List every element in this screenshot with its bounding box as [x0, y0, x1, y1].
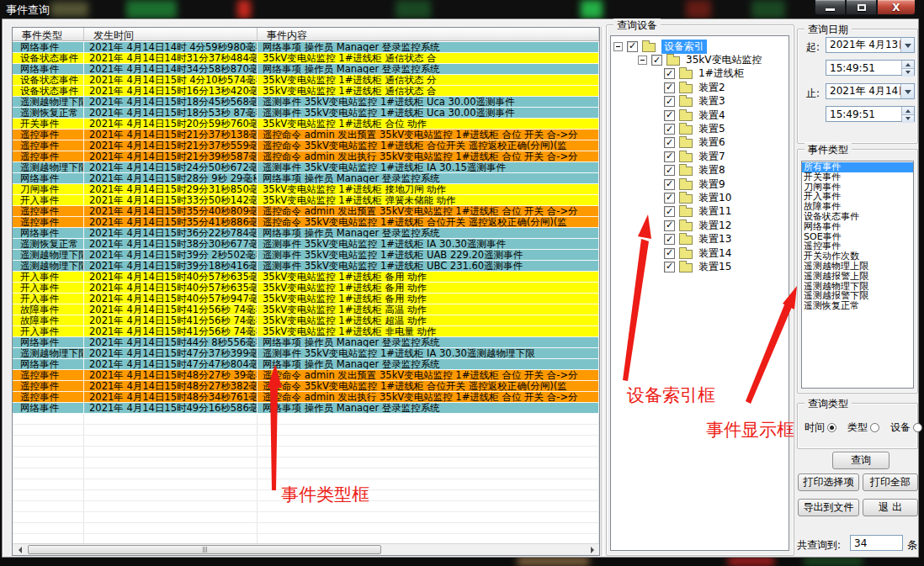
tree-device-label[interactable]: 装置8: [698, 163, 725, 177]
table-row[interactable]: 遥测恢复正常 2021年 4月14日15时38分30秒677毫秒 遥测事件 35…: [13, 239, 599, 250]
tree-device-label[interactable]: 装置12: [698, 219, 731, 233]
checkbox-icon[interactable]: [664, 248, 675, 259]
checkbox-icon[interactable]: [664, 206, 675, 217]
tree-item-root[interactable]: 设备索引: [611, 40, 789, 53]
tree-item-device[interactable]: 装置15: [611, 260, 789, 273]
tree-station-label[interactable]: 35kV变电站监控: [686, 53, 762, 67]
scrollbar-track[interactable]: [26, 544, 586, 555]
table-row[interactable]: 遥测越物理下限 2021年 4月14日15时47分37秒399毫秒 遥测事件 3…: [13, 348, 599, 359]
event-type-option[interactable]: 网络事件: [802, 222, 913, 232]
table-row[interactable]: 遥控事件 2021年 4月14日15时35分41秒886毫秒 遥控命令 35kV…: [13, 217, 599, 228]
tree-device-label[interactable]: 装置11: [698, 204, 731, 219]
query-type-option[interactable]: 类型: [847, 421, 879, 435]
table-row[interactable]: 故障事件 2021年 4月14日15时41分56秒 74毫秒 35kV变电站监控…: [13, 315, 599, 326]
result-count-field[interactable]: 34: [850, 535, 903, 551]
checkbox-icon[interactable]: [664, 96, 675, 107]
dropdown-button[interactable]: [900, 38, 914, 52]
scroll-right-button[interactable]: [586, 544, 599, 555]
tree-device-label[interactable]: 装置7: [698, 150, 725, 164]
from-date-picker[interactable]: 2021年 4月13日: [826, 37, 915, 53]
table-row[interactable]: 网络事件 2021年 4月14日15时28分 9秒 29毫秒 网络事项 操作员 …: [13, 173, 599, 184]
table-row[interactable]: 遥控事件 2021年 4月14日15时21分39秒587毫秒 遥控命令 admi…: [13, 151, 599, 162]
table-row[interactable]: 遥测越物理下限 2021年 4月14日15时24分50秒672毫秒 遥测事件 3…: [13, 162, 599, 173]
table-row[interactable]: 设备状态事件 2021年 4月14日15时16分13秒420毫秒 35kV变电站…: [13, 86, 599, 97]
table-row[interactable]: 遥控事件 2021年 4月14日15时48分34秒761毫秒 遥控命令 admi…: [13, 392, 599, 403]
tree-device-label[interactable]: 装置2: [698, 81, 725, 95]
tree-item-device[interactable]: 装置7: [611, 150, 789, 163]
checkbox-icon[interactable]: [664, 82, 675, 93]
minimize-button[interactable]: [815, 0, 846, 15]
tree-device-label[interactable]: 装置4: [698, 108, 725, 123]
tree-item-device[interactable]: 装置8: [611, 164, 789, 177]
tree-device-label[interactable]: 装置14: [698, 246, 731, 261]
scroll-left-button[interactable]: [13, 544, 26, 555]
tree-device-label[interactable]: 1#进线柜: [698, 66, 744, 81]
table-row[interactable]: 开入事件 2021年 4月14日15时33分50秒142毫秒 35kV变电站监控…: [13, 195, 599, 206]
table-row[interactable]: 遥测越物理下限 2021年 4月14日15时18分45秒568毫秒 遥测事件 3…: [13, 97, 599, 108]
checkbox-icon[interactable]: [664, 68, 675, 79]
tree-device-label[interactable]: 装置10: [698, 191, 731, 205]
checkbox-icon[interactable]: [664, 165, 675, 176]
table-row[interactable]: 开入事件 2021年 4月14日15时40分57秒947毫秒 35kV变电站监控…: [13, 294, 599, 304]
table-row[interactable]: 遥控事件 2021年 4月14日15时21分37秒138毫秒 遥控命令 admi…: [13, 130, 599, 140]
event-type-option[interactable]: 遥测越报警上限: [802, 272, 913, 282]
maximize-button[interactable]: [846, 0, 877, 15]
scrollbar-thumb[interactable]: [28, 545, 381, 554]
column-header-time[interactable]: 发生时间: [84, 28, 258, 40]
tree-device-label[interactable]: 装置15: [698, 260, 731, 274]
tree-item-device[interactable]: 1#进线柜: [611, 67, 789, 81]
collapse-icon[interactable]: [638, 56, 647, 65]
tree-item-device[interactable]: 装置2: [611, 81, 789, 94]
radio-icon[interactable]: [827, 423, 836, 432]
table-row[interactable]: 遥控事件 2021年 4月14日15时21分37秒559毫秒 遥控命令 35kV…: [13, 140, 599, 151]
to-date-picker[interactable]: 2021年 4月14日: [826, 83, 915, 99]
tree-item-device[interactable]: 装置13: [611, 232, 789, 246]
event-type-option[interactable]: 遥测恢复正常: [802, 301, 913, 311]
table-row[interactable]: 开关事件 2021年 4月14日15时20分59秒760毫秒 35kV变电站监控…: [13, 119, 599, 130]
print-all-button[interactable]: 打印全部: [863, 473, 918, 491]
table-row[interactable]: 设备状态事件 2021年 4月14日15时 4分10秒574毫秒 35kV变电站…: [13, 75, 599, 86]
table-row[interactable]: 遥控事件 2021年 4月14日15时48分27秒 39毫秒 遥控命令 admi…: [13, 370, 599, 381]
tree-item-device[interactable]: 装置14: [611, 246, 789, 260]
checkbox-icon[interactable]: [664, 262, 675, 272]
checkbox-icon[interactable]: [664, 151, 675, 162]
event-type-listbox[interactable]: 所有事件开关事件刀闸事件开入事件故障事件设备状态事件网络事件SOE事件遥控事件开…: [801, 161, 914, 389]
checkbox-icon[interactable]: [664, 137, 675, 148]
table-row[interactable]: 遥测恢复正常 2021年 4月14日15时18分53秒 87毫秒 遥测事件 35…: [13, 108, 599, 119]
tree-device-label[interactable]: 装置3: [698, 94, 725, 108]
export-button[interactable]: 导出到文件: [798, 499, 859, 516]
tree-device-label[interactable]: 装置5: [698, 122, 725, 136]
table-row[interactable]: 遥控事件 2021年 4月14日15时35分40秒809毫秒 遥控命令 admi…: [13, 206, 599, 217]
event-table[interactable]: 事件类型 发生时间 事件内容 网络事件 2021年 4月14日14时 4分59秒…: [12, 27, 600, 556]
table-row[interactable]: 遥控事件 2021年 4月14日15时48分27秒382毫秒 遥控命令 35kV…: [13, 381, 599, 392]
table-row[interactable]: 开入事件 2021年 4月14日15时40分57秒635毫秒 35kV变电站监控…: [13, 283, 599, 294]
table-row[interactable]: 刀闸事件 2021年 4月14日15时29分31秒850毫秒 35kV变电站监控…: [13, 184, 599, 195]
spin-down-button[interactable]: [902, 69, 914, 77]
query-type-option[interactable]: 时间: [805, 421, 836, 435]
tree-item-device[interactable]: 装置6: [611, 136, 789, 150]
checkbox-icon[interactable]: [627, 41, 638, 52]
tree-device-label[interactable]: 装置6: [698, 135, 725, 150]
checkbox-icon[interactable]: [664, 220, 675, 231]
radio-icon[interactable]: [870, 423, 879, 432]
table-row[interactable]: 网络事件 2021年 4月14日15时36分22秒784毫秒 网络事项 操作员 …: [13, 228, 599, 239]
checkbox-icon[interactable]: [664, 110, 675, 121]
query-type-option[interactable]: 设备: [890, 421, 922, 435]
table-row[interactable]: 开入事件 2021年 4月14日15时40分57秒635毫秒 35kV变电站监控…: [13, 272, 599, 283]
tree-item-device[interactable]: 装置9: [611, 177, 789, 191]
table-row[interactable]: 遥测越物理下限 2021年 4月14日15时39分 2秒502毫秒 遥测事件 3…: [13, 250, 599, 261]
device-tree[interactable]: 设备索引 35kV变电站监控 1#进线柜 装置2 装置3 装置4: [610, 35, 789, 551]
checkbox-icon[interactable]: [664, 193, 675, 204]
collapse-icon[interactable]: [613, 42, 623, 51]
event-type-option[interactable]: 开关事件: [802, 172, 913, 182]
checkbox-icon[interactable]: [651, 55, 662, 66]
exit-button[interactable]: 退 出: [863, 499, 918, 516]
query-button[interactable]: 查询: [832, 452, 889, 469]
tree-item-device[interactable]: 装置3: [611, 95, 789, 108]
tree-device-label[interactable]: 装置13: [698, 232, 731, 246]
spin-up-button[interactable]: [902, 107, 914, 115]
radio-icon[interactable]: [913, 423, 922, 432]
table-row[interactable]: 遥测越物理下限 2021年 4月14日15时39分18秒416毫秒 遥测事件 3…: [13, 261, 599, 272]
table-row[interactable]: 设备状态事件 2021年 4月14日14时31分37秒484毫秒 35kV变电站…: [13, 53, 599, 64]
to-time-spinner[interactable]: 15:49:51: [826, 106, 915, 122]
